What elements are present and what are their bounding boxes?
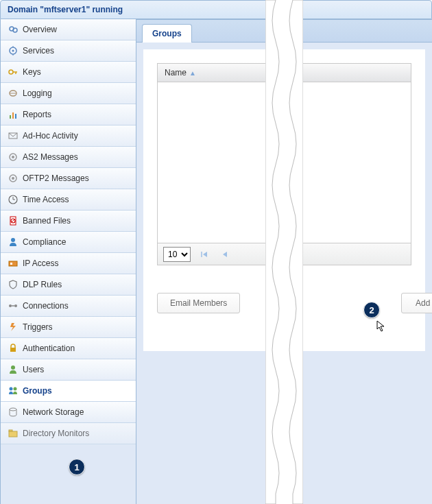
sidebar-item-label: Logging [23, 88, 52, 98]
torn-edge [283, 0, 303, 504]
sidebar-item-authentication[interactable]: Authentication [1, 338, 136, 359]
clock-icon [8, 194, 19, 205]
pager-first-icon[interactable] [197, 248, 211, 261]
sidebar-item-oftp2[interactable]: OFTP2 Messages [1, 168, 136, 189]
svg-marker-39 [203, 252, 207, 257]
sidebar-item-label: OFTP2 Messages [23, 173, 89, 183]
sidebar-item-logging[interactable]: Logging [1, 83, 136, 104]
logging-icon [8, 88, 19, 99]
column-name: Name [165, 68, 187, 77]
tab-groups[interactable]: Groups [142, 24, 192, 43]
svg-point-34 [14, 387, 17, 391]
tab-label: Groups [152, 29, 182, 38]
lock-icon [8, 343, 19, 354]
sidebar-item-label: Reports [23, 110, 51, 119]
email-members-button[interactable]: Email Members [157, 293, 240, 313]
sidebar-item-directory-monitors[interactable]: Directory Monitors [1, 423, 136, 444]
triggers-icon [8, 322, 19, 333]
sidebar-item-label: Services [23, 46, 54, 56]
svg-point-32 [11, 365, 15, 370]
svg-rect-37 [9, 430, 12, 431]
sidebar-item-keys[interactable]: Keys [1, 62, 136, 83]
page-size-select[interactable]: 10 [163, 247, 191, 262]
sidebar-item-label: Banned Files [23, 216, 71, 226]
services-icon [8, 45, 19, 56]
sidebar-item-label: Directory Monitors [23, 429, 89, 438]
sidebar-item-label: Triggers [23, 322, 53, 332]
pager-prev-icon[interactable] [218, 248, 232, 261]
svg-rect-26 [9, 261, 17, 266]
svg-rect-11 [10, 115, 11, 119]
sidebar-item-banned-files[interactable]: Banned Files [1, 211, 136, 232]
sidebar-item-label: Authentication [23, 344, 75, 353]
groups-icon [8, 385, 19, 396]
sidebar-item-time-access[interactable]: Time Access [1, 189, 136, 211]
sidebar-item-label: Ad-Hoc Activity [23, 131, 78, 141]
sidebar-item-network-storage[interactable]: Network Storage [1, 402, 136, 423]
sidebar-item-connections[interactable]: Connections [1, 296, 136, 317]
keys-icon [8, 67, 19, 77]
sidebar-item-groups[interactable]: Groups [1, 381, 136, 402]
svg-rect-31 [10, 348, 16, 352]
svg-marker-40 [223, 252, 227, 257]
sidebar-item-label: AS2 Messages [23, 152, 78, 162]
sidebar-item-label: Connections [23, 301, 69, 311]
sidebar-item-as2[interactable]: AS2 Messages [1, 147, 136, 168]
sidebar-item-reports[interactable]: Reports [1, 104, 136, 125]
connections-icon [8, 300, 19, 311]
sidebar-item-label: Overview [23, 25, 57, 34]
svg-rect-13 [15, 114, 16, 119]
add-button[interactable]: Add [401, 293, 432, 313]
sidebar-item-label: Keys [23, 67, 41, 77]
svg-point-16 [12, 156, 14, 158]
domain-title: Domain "mftserver1" running [8, 5, 123, 14]
svg-point-35 [10, 408, 16, 411]
svg-point-6 [9, 70, 13, 74]
sidebar-item-label: Time Access [23, 195, 69, 204]
ip-icon [8, 258, 19, 269]
shield-icon [8, 279, 19, 290]
svg-point-29 [14, 304, 17, 307]
sidebar-item-dlp-rules[interactable]: DLP Rules [1, 274, 136, 296]
sidebar-item-label: Users [23, 365, 44, 374]
svg-point-25 [11, 238, 15, 242]
overview-icon [8, 24, 19, 35]
svg-point-3 [12, 50, 14, 52]
mail-icon [8, 130, 19, 141]
monitors-icon [8, 428, 19, 439]
sidebar-item-adhoc[interactable]: Ad-Hoc Activity [1, 125, 136, 147]
sidebar-item-label: Network Storage [23, 407, 84, 417]
sidebar-item-users[interactable]: Users [1, 359, 136, 381]
users-icon [8, 364, 19, 375]
sidebar-item-label: Compliance [23, 237, 66, 247]
sidebar-item-services[interactable]: Services [1, 40, 136, 62]
svg-rect-27 [10, 263, 12, 265]
svg-point-33 [10, 387, 13, 391]
sort-asc-icon: ▲ [189, 69, 196, 77]
storage-icon [8, 407, 19, 418]
sidebar-item-label: Groups [23, 386, 52, 396]
compliance-icon [8, 237, 19, 248]
svg-point-28 [9, 304, 12, 307]
svg-rect-36 [9, 431, 17, 437]
sidebar-item-overview[interactable]: Overview [1, 19, 136, 40]
svg-point-18 [12, 177, 14, 180]
domain-header: Domain "mftserver1" running [0, 0, 432, 19]
sidebar-item-triggers[interactable]: Triggers [1, 317, 136, 338]
as2-icon [8, 152, 19, 163]
sidebar: Overview Services Keys Logging Reports A… [0, 19, 136, 504]
callout-1: 1 [69, 459, 85, 475]
sidebar-item-label: IP Access [23, 259, 58, 268]
sidebar-item-compliance[interactable]: Compliance [1, 232, 136, 253]
reports-icon [8, 109, 19, 120]
sidebar-item-ip-access[interactable]: IP Access [1, 253, 136, 274]
callout-2: 2 [363, 302, 380, 318]
svg-rect-12 [12, 112, 14, 119]
oftp2-icon [8, 173, 19, 184]
banned-icon [8, 215, 19, 226]
sidebar-item-label: DLP Rules [23, 280, 62, 289]
